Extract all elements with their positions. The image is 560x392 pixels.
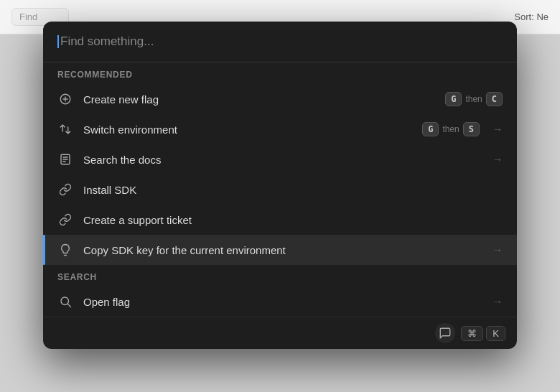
key-g: G (445, 92, 462, 106)
menu-item-search-docs[interactable]: Search the docs→ (43, 144, 517, 174)
arrow-icon: → (493, 244, 503, 256)
then-text: then (442, 124, 459, 134)
item-label-copy-sdk-key: Copy SDK key for the current environment (83, 244, 480, 256)
footer-cmd-key: ⌘ (461, 326, 483, 341)
background-sort: Sort: Ne (514, 11, 549, 22)
item-label-switch-env: Switch environment (83, 123, 412, 136)
key-g: G (422, 122, 439, 136)
footer-k-key: K (486, 326, 505, 341)
item-label-install-sdk: Install SDK (83, 184, 503, 196)
menu-item-install-sdk[interactable]: Install SDK (43, 174, 517, 205)
menu-item-switch-env[interactable]: Switch environmentGthenS→ (43, 114, 517, 144)
link-icon (57, 212, 73, 228)
menu-item-create-flag[interactable]: Create new flagGthenC (43, 84, 517, 114)
docs-icon (57, 151, 73, 167)
shortcut-create-flag: GthenC (445, 92, 503, 106)
command-palette-modal: Find something... RecommendedCreate new … (43, 22, 517, 349)
item-label-support-ticket: Create a support ticket (83, 214, 503, 226)
item-label-search-docs: Search the docs (83, 154, 480, 166)
cursor (57, 35, 59, 48)
search-icon (57, 294, 73, 309)
arrow-icon: → (493, 296, 503, 307)
switch-icon (57, 121, 73, 137)
plus-circle-icon (57, 91, 73, 107)
link-icon (57, 182, 73, 197)
item-label-open-flag: Open flag (83, 296, 480, 308)
arrow-icon: → (493, 123, 503, 135)
bulb-icon (57, 242, 73, 258)
item-label-create-flag: Create new flag (83, 93, 435, 106)
search-bar[interactable]: Find something... (43, 22, 517, 62)
section-label-recommended: Recommended (43, 62, 517, 84)
section-label-search: Search (43, 265, 517, 286)
footer-shortcut: ⌘ K (461, 326, 505, 341)
key-c: C (486, 92, 503, 106)
arrow-icon: → (493, 154, 503, 165)
menu-item-copy-sdk-key[interactable]: Copy SDK key for the current environment… (43, 235, 517, 265)
svg-line-8 (67, 304, 70, 307)
menu-item-support-ticket[interactable]: Create a support ticket (43, 205, 517, 235)
key-s: S (463, 122, 480, 136)
sections-container: RecommendedCreate new flagGthenCSwitch e… (43, 62, 517, 317)
chat-icon[interactable] (435, 323, 455, 343)
menu-item-open-flag[interactable]: Open flag→ (43, 286, 517, 317)
modal-footer: ⌘ K (43, 317, 517, 349)
shortcut-switch-env: GthenS (422, 122, 480, 136)
then-text: then (465, 94, 482, 104)
chat-bubble-icon (439, 327, 452, 340)
search-placeholder: Find something... (60, 34, 154, 49)
